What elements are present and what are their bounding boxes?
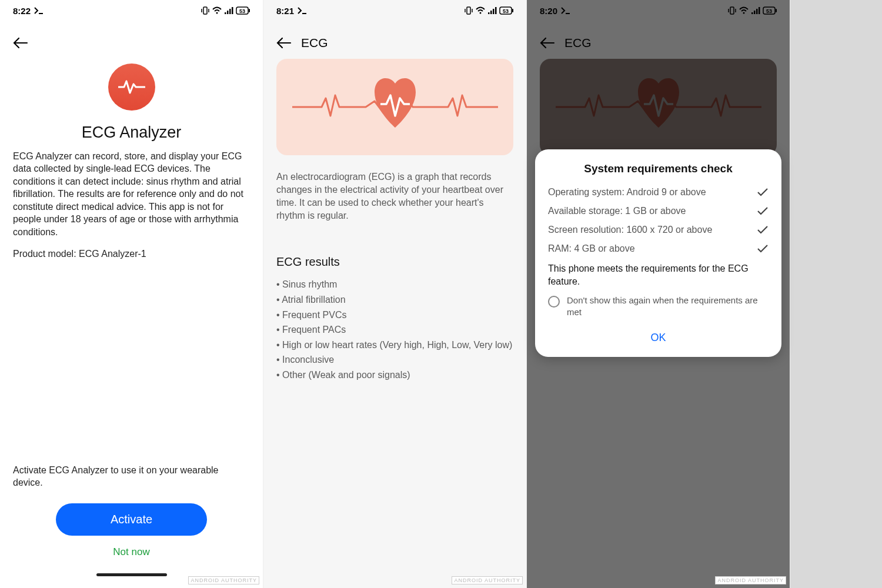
back-button[interactable] <box>276 35 292 51</box>
watermark: ANDROID AUTHORITY <box>452 576 523 584</box>
wifi-icon <box>212 6 222 15</box>
home-indicator[interactable] <box>96 573 167 576</box>
ecg-results-list: Sinus rhythm Atrial fibrillation Frequen… <box>276 277 513 382</box>
header-title: ECG <box>301 36 328 50</box>
battery-icon: 53 <box>499 6 513 15</box>
svg-rect-7 <box>229 9 231 14</box>
svg-rect-20 <box>495 7 497 14</box>
battery-icon: 53 <box>236 6 250 15</box>
list-item: Frequent PACs <box>276 322 513 338</box>
system-requirements-dialog: System requirements check Operating syst… <box>535 149 781 357</box>
not-now-button[interactable]: Not now <box>113 546 149 558</box>
requirement-row: Available storage: 1 GB or above <box>548 206 769 216</box>
status-time: 8:21 <box>276 6 294 16</box>
svg-rect-13 <box>467 7 470 14</box>
check-icon <box>757 206 769 216</box>
ecg-hero-illustration <box>276 59 513 155</box>
header <box>0 19 263 59</box>
svg-rect-10 <box>249 9 250 12</box>
radio-unchecked-icon[interactable] <box>548 296 560 308</box>
screen-ecg-requirements: 8:20 53 ECG An electrocardiogram (ECG) i… <box>527 0 790 588</box>
svg-rect-5 <box>225 12 226 14</box>
svg-rect-17 <box>488 12 490 14</box>
dont-show-again-label: Don't show this again when the requireme… <box>567 295 769 319</box>
requirements-summary: This phone meets the requirements for th… <box>548 262 769 288</box>
terminal-icon <box>298 7 307 14</box>
screen-ecg-info: 8:21 53 ECG An electrocardiogram (ECG) i… <box>263 0 527 588</box>
activate-button[interactable]: Activate <box>56 503 208 536</box>
list-item: High or low heart rates (Very high, High… <box>276 338 513 353</box>
list-item: Frequent PVCs <box>276 308 513 323</box>
ecg-analyzer-icon <box>108 64 155 111</box>
status-time: 8:22 <box>13 6 31 16</box>
vibrate-icon <box>464 6 473 15</box>
requirement-label: Screen resolution: 1600 x 720 or above <box>548 225 712 235</box>
svg-rect-18 <box>490 11 492 14</box>
wifi-icon <box>476 6 485 15</box>
list-item: Inconclusive <box>276 352 513 368</box>
status-bar: 8:22 53 <box>0 0 263 19</box>
check-icon <box>757 225 769 235</box>
svg-rect-6 <box>227 11 229 14</box>
watermark: ANDROID AUTHORITY <box>188 576 259 584</box>
ok-button[interactable]: OK <box>641 327 675 349</box>
page-description: ECG Analyzer can record, store, and disp… <box>13 150 250 238</box>
svg-rect-1 <box>203 7 207 14</box>
svg-rect-19 <box>493 9 495 14</box>
list-item: Sinus rhythm <box>276 277 513 292</box>
terminal-icon <box>34 7 44 14</box>
check-icon <box>757 244 769 253</box>
screen-ecg-analyzer: 8:22 53 ECG Analyzer ECG Analyzer can re… <box>0 0 263 588</box>
product-model: Product model: ECG Analyzer-1 <box>13 249 250 259</box>
svg-text:53: 53 <box>503 8 509 14</box>
dialog-title: System requirements check <box>548 162 769 175</box>
vibrate-icon <box>201 6 210 15</box>
requirement-row: RAM: 4 GB or above <box>548 243 769 254</box>
signal-icon <box>224 6 233 15</box>
header: ECG <box>263 19 526 59</box>
svg-point-16 <box>480 12 482 14</box>
status-bar: 8:21 53 <box>263 0 526 19</box>
list-item: Atrial fibrillation <box>276 292 513 308</box>
dont-show-again-row[interactable]: Don't show this again when the requireme… <box>548 295 769 319</box>
requirement-row: Operating system: Android 9 or above <box>548 187 769 198</box>
watermark: ANDROID AUTHORITY <box>715 576 786 584</box>
signal-icon <box>487 6 497 15</box>
ecg-description: An electrocardiogram (ECG) is a graph th… <box>276 171 513 222</box>
back-button[interactable] <box>13 35 28 51</box>
requirement-row: Screen resolution: 1600 x 720 or above <box>548 225 769 235</box>
requirement-label: Available storage: 1 GB or above <box>548 206 686 216</box>
list-item: Other (Weak and poor signals) <box>276 368 513 383</box>
svg-text:53: 53 <box>239 8 245 14</box>
requirement-label: RAM: 4 GB or above <box>548 243 635 254</box>
svg-rect-22 <box>512 9 513 12</box>
activate-prompt: Activate ECG Analyzer to use it on your … <box>13 464 250 489</box>
page-title: ECG Analyzer <box>13 123 250 142</box>
ecg-results-title: ECG results <box>276 255 513 269</box>
check-icon <box>757 188 769 197</box>
requirement-label: Operating system: Android 9 or above <box>548 187 706 198</box>
svg-rect-8 <box>232 7 233 14</box>
svg-point-4 <box>216 12 218 14</box>
